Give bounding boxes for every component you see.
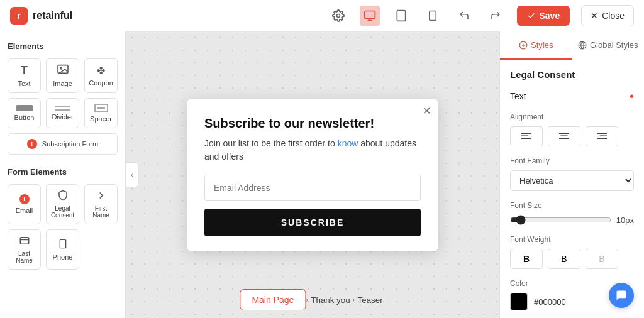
modal-subtitle: Join our list to be the first order to k… bbox=[204, 137, 421, 163]
svg-rect-8 bbox=[58, 65, 68, 74]
spacer-icon bbox=[94, 104, 108, 112]
text-property: Text • bbox=[510, 90, 634, 102]
page-tabs: Main Page › Thank you › Teaser bbox=[240, 282, 385, 318]
header-icons: Save ✕ Close bbox=[328, 5, 635, 26]
email-input[interactable] bbox=[204, 175, 421, 201]
desktop-icon-btn[interactable] bbox=[360, 6, 380, 26]
form-element-legal-consent[interactable]: Legal Consent bbox=[46, 184, 79, 224]
form-element-last-name[interactable]: Last Name bbox=[8, 229, 41, 270]
svg-rect-4 bbox=[397, 10, 405, 21]
font-weight-label: Font Weight bbox=[510, 235, 634, 244]
element-text[interactable]: T Text bbox=[8, 58, 41, 93]
font-size-property: Font Size 10px bbox=[510, 201, 634, 225]
font-family-label: Font Family bbox=[510, 156, 634, 165]
legal-consent-title: Legal Consent bbox=[510, 69, 634, 80]
text-icon: T bbox=[21, 64, 28, 77]
save-button[interactable]: Save bbox=[517, 6, 570, 26]
element-coupon[interactable]: ✤ Coupon bbox=[84, 58, 118, 93]
modal-title: Subscribe to our newsletter! bbox=[204, 116, 421, 131]
font-weight-bold-btn[interactable]: B bbox=[510, 249, 543, 269]
subscription-badge: ! bbox=[27, 139, 37, 149]
font-family-property: Font Family Helvetica Arial Georgia Time… bbox=[510, 156, 634, 191]
page-tab-teaser: Teaser bbox=[355, 292, 386, 309]
element-subscription-form[interactable]: ! Subscription Form bbox=[8, 133, 118, 155]
form-elements-section-title: Form Elements bbox=[8, 167, 118, 177]
modal-card: ✕ Subscribe to our newsletter! Join our … bbox=[187, 99, 438, 251]
phone-icon bbox=[58, 238, 68, 251]
form-elements-grid: ! Email Legal Consent First Name bbox=[8, 184, 118, 270]
styles-tab[interactable]: Styles bbox=[500, 31, 572, 60]
font-size-label: Font Size bbox=[510, 201, 634, 210]
canvas: ‹ ✕ Subscribe to our newsletter! Join ou… bbox=[126, 31, 499, 318]
chat-bubble[interactable] bbox=[609, 283, 634, 308]
color-hex-value: #000000 bbox=[534, 297, 566, 307]
settings-icon-btn[interactable] bbox=[328, 6, 348, 26]
font-family-select[interactable]: Helvetica Arial Georgia Times New Roman … bbox=[510, 170, 634, 191]
redo-btn[interactable] bbox=[486, 6, 506, 26]
legal-consent-icon bbox=[57, 190, 69, 202]
form-element-first-name[interactable]: First Name bbox=[84, 184, 118, 224]
alignment-property: Alignment bbox=[510, 112, 634, 146]
alignment-group bbox=[510, 126, 634, 146]
undo-btn[interactable] bbox=[454, 6, 474, 26]
modal-close-btn[interactable]: ✕ bbox=[423, 105, 431, 117]
text-label: Text bbox=[510, 91, 526, 101]
teaser-tab-btn[interactable]: Teaser bbox=[355, 292, 386, 309]
svg-rect-1 bbox=[364, 11, 375, 18]
svg-point-0 bbox=[336, 14, 340, 17]
modal-link[interactable]: know bbox=[338, 138, 358, 148]
element-divider[interactable]: Divider bbox=[46, 98, 79, 128]
font-weight-medium-btn[interactable]: B bbox=[548, 249, 580, 269]
svg-rect-10 bbox=[20, 238, 29, 244]
divider-icon bbox=[55, 106, 70, 111]
global-styles-tab[interactable]: Global Styles bbox=[572, 31, 645, 60]
element-button[interactable]: Button bbox=[8, 98, 41, 128]
color-swatch[interactable] bbox=[510, 293, 528, 310]
first-name-icon bbox=[96, 190, 107, 202]
canvas-inner: ✕ Subscribe to our newsletter! Join our … bbox=[187, 99, 438, 251]
font-size-slider[interactable] bbox=[510, 215, 611, 225]
element-image[interactable]: Image bbox=[46, 58, 79, 93]
tablet-icon-btn[interactable] bbox=[391, 6, 411, 26]
font-weight-normal-btn[interactable]: B bbox=[586, 249, 618, 269]
image-icon bbox=[57, 64, 69, 77]
text-indicator: • bbox=[630, 90, 634, 102]
align-right-btn[interactable] bbox=[586, 126, 618, 146]
canvas-toggle[interactable]: ‹ bbox=[126, 162, 138, 187]
left-panel: Elements T Text Image ✤ Coupon B bbox=[0, 31, 126, 318]
logo: r retainful bbox=[10, 7, 72, 25]
subscribe-btn[interactable]: SUBSCRIBE bbox=[204, 209, 421, 236]
svg-point-9 bbox=[60, 68, 62, 69]
element-spacer[interactable]: Spacer bbox=[84, 98, 118, 128]
mobile-icon-btn[interactable] bbox=[423, 6, 443, 26]
elements-section-title: Elements bbox=[8, 41, 118, 51]
font-size-value: 10px bbox=[616, 216, 634, 225]
elements-grid: T Text Image ✤ Coupon Button bbox=[8, 58, 118, 155]
align-left-btn[interactable] bbox=[510, 126, 543, 146]
main-page-tab-btn[interactable]: Main Page bbox=[240, 289, 306, 310]
right-panel-content: Legal Consent Text • Alignment bbox=[500, 60, 644, 318]
close-button[interactable]: ✕ Close bbox=[581, 5, 634, 26]
page-tab-main: Main Page bbox=[240, 289, 306, 310]
right-panel-tabs: Styles Global Styles bbox=[500, 31, 644, 60]
coupon-icon: ✤ bbox=[97, 65, 105, 77]
font-size-row: 10px bbox=[510, 215, 634, 225]
last-name-icon bbox=[19, 235, 30, 248]
logo-icon: r bbox=[10, 7, 28, 25]
header: r retainful Save ✕ Close bbox=[0, 0, 644, 31]
align-center-btn[interactable] bbox=[548, 126, 580, 146]
page-tab-thankyou: Thank you bbox=[308, 292, 352, 309]
logo-text: retainful bbox=[33, 10, 72, 21]
alignment-label: Alignment bbox=[510, 112, 634, 121]
font-weight-group: B B B bbox=[510, 249, 634, 269]
right-panel: Styles Global Styles Legal Consent Text … bbox=[499, 31, 644, 318]
email-badge: ! bbox=[19, 194, 30, 204]
font-weight-property: Font Weight B B B bbox=[510, 235, 634, 269]
button-icon bbox=[16, 105, 33, 111]
form-element-phone[interactable]: Phone bbox=[46, 229, 79, 270]
main-layout: Elements T Text Image ✤ Coupon B bbox=[0, 31, 644, 318]
thankyou-tab-btn[interactable]: Thank you bbox=[308, 292, 352, 309]
form-element-email[interactable]: ! Email bbox=[8, 184, 41, 224]
